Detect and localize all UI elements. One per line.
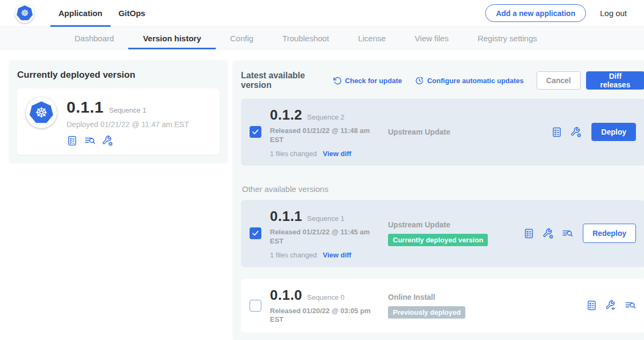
released-timestamp: Released 01/20/22 @ 03:05 pm EST	[270, 307, 373, 325]
currently-deployed-card: Currently deployed version ☸ 0.1.1 Seque…	[9, 60, 228, 164]
row-spacer	[241, 267, 644, 279]
released-timestamp: Released 01/21/22 @ 11:48 am EST	[270, 127, 373, 145]
version-number: 0.1.2	[270, 107, 302, 123]
deployed-card-title: Currently deployed version	[17, 70, 219, 80]
source-label: Upstream Update	[388, 220, 523, 229]
app-sub-nav: Dashboard Version history Config Trouble…	[0, 27, 644, 49]
tab-version-history[interactable]: Version history	[128, 27, 215, 49]
wrench-eye-icon[interactable]	[605, 300, 617, 311]
tab-registry-settings[interactable]: Registry settings	[463, 27, 552, 49]
deployed-sequence-label: Sequence 1	[109, 106, 146, 114]
file-search-icon[interactable]	[625, 300, 636, 311]
deployed-version-card: ☸ 0.1.1 Sequence 1 Deployed 01/21/22 @ 1…	[17, 88, 219, 155]
top-nav: ☸ Application GitOps Add a new applicati…	[0, 0, 644, 27]
deployed-actions	[67, 135, 189, 146]
file-search-icon[interactable]	[84, 135, 96, 146]
check-for-update-link[interactable]: Check for update	[333, 76, 402, 85]
view-diff-link[interactable]: View diff	[323, 251, 351, 259]
sequence-label: Sequence 0	[307, 293, 344, 301]
tab-dashboard[interactable]: Dashboard	[60, 27, 128, 49]
version-row: 0.1.0 Sequence 0 Released 01/20/22 @ 03:…	[241, 279, 644, 333]
preflight-checks-icon[interactable]	[551, 127, 562, 138]
tab-config[interactable]: Config	[216, 27, 268, 49]
logout-link[interactable]: Log out	[597, 9, 630, 18]
version-checkbox[interactable]	[250, 126, 261, 138]
tab-license[interactable]: License	[343, 27, 400, 49]
files-changed-label: 1 files changed	[270, 251, 317, 259]
check-icon	[251, 229, 260, 238]
version-info: 0.1.2 Sequence 2 Released 01/21/22 @ 11:…	[270, 107, 385, 158]
version-actions	[586, 300, 636, 311]
kubernetes-wheel-icon: ☸	[17, 5, 33, 21]
tab-troubleshoot[interactable]: Troubleshoot	[268, 27, 343, 49]
diff-releases-button[interactable]: Diff releases	[586, 71, 644, 90]
main-content: Currently deployed version ☸ 0.1.1 Seque…	[0, 49, 644, 340]
version-checkbox[interactable]	[250, 227, 261, 239]
preflight-checks-icon[interactable]	[67, 135, 78, 146]
check-for-update-label: Check for update	[345, 77, 402, 85]
wrench-gear-icon[interactable]	[570, 127, 582, 138]
preflight-checks-icon[interactable]	[523, 228, 535, 239]
available-versions-panel: Latest available version Check for updat…	[232, 60, 644, 340]
version-row: 0.1.1 Sequence 1 Released 01/21/22 @ 11:…	[241, 200, 644, 267]
version-info: 0.1.1 Sequence 1 Released 01/21/22 @ 11:…	[270, 208, 385, 259]
preflight-checks-icon[interactable]	[586, 300, 597, 311]
tab-view-files[interactable]: View files	[400, 27, 463, 49]
configure-updates-label: Configure automatic updates	[427, 77, 524, 85]
other-versions-title: Other available versions	[242, 184, 643, 194]
version-row: 0.1.2 Sequence 2 Released 01/21/22 @ 11:…	[241, 99, 644, 166]
version-source: Upstream Update Currently deployed versi…	[388, 220, 523, 246]
file-search-icon[interactable]	[562, 228, 573, 239]
kubernetes-wheel-icon: ☸	[30, 101, 53, 124]
deployed-version-info: 0.1.1 Sequence 1 Deployed 01/21/22 @ 11:…	[67, 97, 189, 146]
tab-gitops[interactable]: GitOps	[111, 0, 153, 27]
configure-automatic-updates-link[interactable]: Configure automatic updates	[415, 76, 524, 85]
version-source: Upstream Update	[388, 128, 523, 136]
cancel-button[interactable]: Cancel	[537, 71, 581, 90]
add-application-button[interactable]: Add a new application	[485, 4, 586, 22]
sequence-label: Sequence 1	[307, 215, 344, 223]
deployed-timestamp: Deployed 01/21/22 @ 11:47 am EST	[67, 120, 189, 129]
previously-deployed-badge: Previously deployed	[388, 306, 465, 319]
source-label: Online Install	[388, 293, 523, 301]
version-info: 0.1.0 Sequence 0 Released 01/20/22 @ 03:…	[270, 287, 385, 325]
sequence-label: Sequence 2	[307, 113, 344, 121]
refresh-icon	[333, 76, 342, 85]
version-number: 0.1.1	[270, 208, 302, 225]
deployed-version-number: 0.1.1	[67, 98, 104, 116]
source-label: Upstream Update	[388, 128, 523, 136]
app-logo[interactable]: ☸	[15, 4, 34, 23]
view-diff-link[interactable]: View diff	[323, 150, 351, 158]
clock-refresh-icon	[415, 76, 424, 85]
tab-application[interactable]: Application	[50, 0, 111, 27]
wrench-gear-icon[interactable]	[102, 135, 113, 146]
app-icon: ☸	[26, 97, 57, 128]
version-checkbox[interactable]	[250, 300, 261, 312]
panel-header: Latest available version Check for updat…	[241, 71, 644, 90]
wrench-gear-icon[interactable]	[543, 228, 554, 239]
version-number: 0.1.0	[270, 287, 302, 304]
currently-deployed-badge: Currently deployed version	[388, 234, 488, 246]
files-changed-label: 1 files changed	[270, 150, 317, 158]
version-actions: Deploy	[551, 123, 636, 141]
latest-available-title: Latest available version	[241, 71, 326, 90]
version-actions: Redeploy	[523, 224, 636, 243]
check-icon	[251, 128, 260, 136]
version-source: Online Install Previously deployed	[388, 293, 523, 319]
released-timestamp: Released 01/21/22 @ 11:45 am EST	[270, 228, 373, 246]
deploy-button[interactable]: Deploy	[591, 123, 636, 141]
redeploy-button[interactable]: Redeploy	[583, 224, 636, 243]
